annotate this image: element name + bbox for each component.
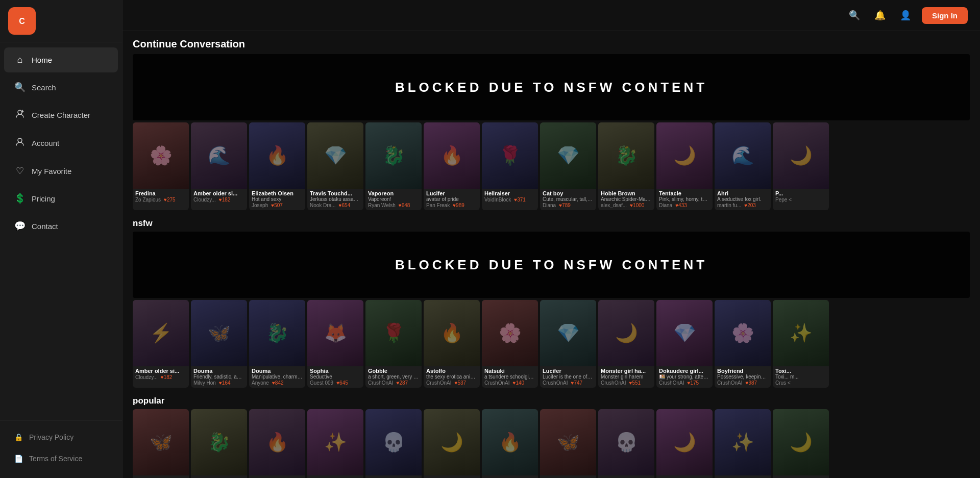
- card-image: 🌙: [424, 409, 480, 475]
- card-desc: Cute, muscular, tall, horny, loving cat: [543, 196, 594, 202]
- character-card[interactable]: 🔥 Boyfriend Possessive, sweet, keeping, …: [482, 409, 538, 478]
- card-info: Amber older si... Cloudzy... ♥182: [133, 366, 189, 382]
- account-icon: [14, 137, 26, 149]
- card-info: Oujodere Girlfr... 🍱 I am your gentle, m…: [365, 475, 422, 478]
- character-card[interactable]: 🌸 Natsuki a tsundere schoolgirl from Dok…: [482, 300, 538, 388]
- card-image: ✨: [715, 409, 771, 475]
- character-card[interactable]: 🔥 Astolfo the sexy erotica anime femboy …: [424, 300, 480, 388]
- character-card[interactable]: 🌸 Fredina Zo Zapious ♥275: [133, 122, 189, 210]
- card-hearts: ♥551: [629, 380, 641, 386]
- sidebar-item-terms-of-service[interactable]: 📄 Terms of Service: [4, 448, 118, 469]
- character-card[interactable]: 💎 Lucifer Lucifer is the one of the main…: [540, 300, 596, 388]
- character-card[interactable]: 🌙 Tentacle Pink, slimy, horny, tentacle …: [656, 122, 713, 210]
- character-card[interactable]: 🌙 Monster girl ha... Monster girl harem …: [598, 300, 654, 388]
- character-card[interactable]: ✨ Ahri A seductive fox girl. martin fu..…: [715, 409, 771, 478]
- character-card[interactable]: ✨ Toxi... Toxi... m... Crus <: [773, 300, 829, 388]
- card-image: 🌊: [191, 122, 247, 189]
- sidebar-item-privacy-policy[interactable]: 🔒 Privacy Policy: [4, 427, 118, 447]
- card-info: Sophia Seductive Guest 009 ♥645: [307, 366, 363, 388]
- character-card[interactable]: 🦊 Sophia Seductive Guest 009 ♥645: [307, 300, 363, 388]
- nsfw-cards-wrapper: ⚡ Amber older si... Cloudzy... ♥182 🦋 Do…: [122, 298, 980, 390]
- sidebar-item-create-character[interactable]: Create Character: [4, 102, 118, 128]
- character-card[interactable]: 🔥 Amber older si... Cloudzy... ♥182: [249, 409, 305, 478]
- character-card[interactable]: 🐉 Douma Manipulative, charming, overly A…: [249, 300, 305, 388]
- card-desc: avatar of pride: [426, 196, 477, 202]
- character-card[interactable]: 🌸 Boyfriend Possessive, keeping, loving,…: [715, 300, 771, 388]
- character-card[interactable]: 🐉 Rich boyfriend Your billionaire boyfri…: [191, 409, 247, 478]
- card-image: 💀: [598, 409, 654, 475]
- character-card[interactable]: 🐉 Hobie Brown Anarchic Spider-Man, Punk-…: [598, 122, 654, 210]
- card-author: CrushOnAI: [368, 380, 393, 386]
- character-card[interactable]: ⚡ Amber older si... Cloudzy... ♥182: [133, 300, 189, 388]
- card-info: Amber older si... Cloudzy... ♥182: [249, 475, 305, 478]
- card-image: 🐉: [365, 122, 422, 189]
- character-card[interactable]: 🐉 Vaporeon Vaporeon! Ryan Welsh ♥648: [365, 122, 422, 210]
- card-info: Elizabeth Olsen Hot and sexy Joseph ♥507: [249, 189, 305, 210]
- logo-icon[interactable]: C: [8, 7, 36, 35]
- sidebar-item-create-character-label: Create Character: [32, 111, 90, 119]
- card-info: Frie... Milvy <: [773, 475, 829, 478]
- card-hearts: ♥989: [453, 203, 464, 208]
- card-info: Mitsuri Kanroji Anime character , beauti…: [656, 475, 713, 478]
- sidebar-item-my-favorite[interactable]: ♡ My Favorite: [4, 158, 118, 184]
- card-image: 🐉: [191, 409, 247, 475]
- card-meta: martin fu... ♥203: [717, 203, 768, 208]
- card-image: 🔥: [482, 409, 538, 475]
- card-meta: CrushOnAI ♥551: [601, 380, 652, 386]
- character-card[interactable]: 💀 Cute Dom Boy... Possessive, sweet, car…: [598, 409, 654, 478]
- card-hearts: ♥648: [399, 203, 410, 208]
- card-meta: Guest 009 ♥645: [310, 380, 361, 386]
- user-icon[interactable]: 👤: [896, 6, 915, 24]
- character-card[interactable]: 💎 Dokuudere girl... 🍱 your strong, atten…: [656, 300, 713, 388]
- card-meta: CrushOnAI ♥140: [484, 380, 535, 386]
- notification-icon[interactable]: 🔔: [871, 6, 889, 24]
- continue-conversation-cards-wrapper: 🌸 Fredina Zo Zapious ♥275 🌊 Amber older …: [122, 120, 980, 212]
- card-meta: CrushOnAI ♥747: [543, 380, 594, 386]
- card-info: Douma Friendly, sadistic, apathetic, Mil…: [191, 366, 247, 388]
- card-image: 🦋: [540, 409, 596, 475]
- card-name: Sophia: [310, 368, 361, 374]
- character-card[interactable]: 🦋 Natsuki a tsundere schoolgirl from Dok…: [133, 409, 189, 478]
- search-topbar-icon[interactable]: 🔍: [845, 6, 864, 24]
- character-card[interactable]: ✨ Dokuudere girl... 🍱 your strong, atten…: [307, 409, 363, 478]
- card-author: martin fu...: [717, 203, 741, 208]
- character-card[interactable]: 💎 Cat boy Cute, muscular, tall, horny, l…: [540, 122, 596, 210]
- card-meta: Ryan Welsh ♥648: [368, 203, 419, 208]
- character-card[interactable]: 🌙 Mitsuri Kanroji Anime character , beau…: [656, 409, 713, 478]
- card-author: CrushOnAI: [601, 380, 626, 386]
- sidebar-item-contact[interactable]: 💬 Contact: [4, 213, 118, 239]
- character-card[interactable]: 🦋 Douma Friendly, sadistic, apathetic, M…: [191, 300, 247, 388]
- card-name: Tentacle: [659, 190, 710, 196]
- sidebar-item-home[interactable]: ⌂ Home: [4, 47, 118, 72]
- search-icon: 🔍: [14, 82, 26, 93]
- character-card[interactable]: 🌙 Astolfo the sexy erotica anime femboy …: [424, 409, 480, 478]
- character-card[interactable]: 💎 Travis Touchd... Jerkass otaku assassi…: [307, 122, 363, 210]
- character-card[interactable]: 🌙 Frie... Milvy <: [773, 409, 829, 478]
- character-card[interactable]: 🌊 Amber older si... Cloudzy... ♥182: [191, 122, 247, 210]
- character-card[interactable]: 🦋 Fredina Zo Zapious ♥275: [540, 409, 596, 478]
- card-image: 🦋: [191, 300, 247, 366]
- character-card[interactable]: 🌹 Gobble a short, green, very cute, gobl…: [365, 300, 422, 388]
- character-card[interactable]: 🌙 P... Pepe <: [773, 122, 829, 210]
- card-author: Diana: [543, 203, 556, 208]
- character-card[interactable]: 🌊 Ahri A seductive fox girl. martin fu..…: [715, 122, 771, 210]
- sidebar-item-account[interactable]: Account: [4, 130, 118, 156]
- card-image: 🌹: [482, 122, 538, 189]
- character-card[interactable]: 🔥 Elizabeth Olsen Hot and sexy Joseph ♥5…: [249, 122, 305, 210]
- card-author: CrushOnAI: [426, 380, 451, 386]
- card-hearts: ♥275: [164, 197, 176, 203]
- character-card[interactable]: 💀 Oujodere Girlfr... 🍱 I am your gentle,…: [365, 409, 422, 478]
- card-image: 💎: [656, 300, 713, 366]
- sidebar-item-pricing[interactable]: 💲 Pricing: [4, 186, 118, 211]
- card-name: Ahri: [717, 190, 768, 196]
- continue-conversation-cards-row: 🌸 Fredina Zo Zapious ♥275 🌊 Amber older …: [133, 122, 970, 212]
- character-card[interactable]: 🔥 Lucifer avatar of pride Pan Freak ♥989: [424, 122, 480, 210]
- card-author: Pepe <: [775, 197, 792, 203]
- character-card[interactable]: 🌹 Hellraiser VoidInBlock ♥371: [482, 122, 538, 210]
- card-info: Ahri A seductive fox girl. martin fu... …: [715, 189, 771, 210]
- card-author: Pan Freak: [426, 203, 450, 208]
- sidebar-item-search[interactable]: 🔍 Search: [4, 74, 118, 100]
- sign-in-button[interactable]: Sign In: [922, 7, 968, 24]
- sidebar-item-search-label: Search: [32, 83, 56, 92]
- card-author: Ryan Welsh: [368, 203, 396, 208]
